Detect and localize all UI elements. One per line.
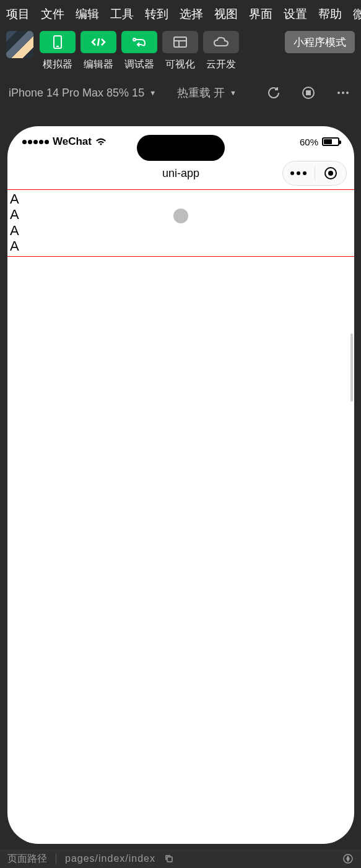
device-select-label: iPhone 14 Pro Max 85% 15 — [9, 87, 144, 100]
menu-bar: 项目 文件 编辑 工具 转到 选择 视图 界面 设置 帮助 微信 — [0, 0, 361, 31]
capsule-close-button[interactable] — [315, 161, 347, 185]
path-value[interactable]: pages/index/index — [65, 853, 155, 864]
menu-settings[interactable]: 设置 — [284, 6, 307, 22]
phone-simulator: WeChat 60% uni-app A A A A — [7, 126, 354, 844]
hot-reload-label: 热重载 开 — [177, 85, 225, 100]
menu-goto[interactable]: 转到 — [145, 6, 168, 22]
capsule-button — [282, 161, 347, 186]
tool-simulator[interactable] — [40, 31, 76, 53]
more-button[interactable] — [334, 84, 352, 102]
path-bar: 页面路径 pages/index/index — [0, 849, 361, 868]
app-content[interactable]: A A A A — [7, 189, 354, 257]
menu-view[interactable]: 视图 — [214, 6, 238, 22]
battery-percent: 60% — [300, 137, 318, 147]
svg-point-3 — [133, 38, 136, 41]
menu-edit[interactable]: 编辑 — [76, 6, 99, 22]
menu-file[interactable]: 文件 — [41, 6, 64, 22]
svg-point-11 — [346, 92, 349, 94]
menu-select[interactable]: 选择 — [180, 6, 203, 22]
more-horizontal-icon — [336, 85, 350, 100]
layout-icon — [173, 36, 188, 48]
chevron-down-icon: ▼ — [149, 89, 156, 97]
refresh-icon — [266, 85, 281, 100]
tool-debugger[interactable] — [121, 31, 157, 53]
tool-simulator-label: 模拟器 — [43, 58, 72, 71]
tool-debugger-label: 调试器 — [124, 58, 154, 71]
hot-reload-toggle[interactable]: 热重载 开 ▼ — [177, 85, 237, 100]
tool-group: 模拟器 编辑器 调试器 可视化 云开发 — [40, 31, 239, 71]
avatar[interactable] — [6, 31, 33, 58]
svg-rect-4 — [174, 37, 186, 47]
tool-visual-label: 可视化 — [165, 58, 195, 71]
svg-rect-12 — [167, 857, 172, 862]
menu-tools[interactable]: 工具 — [110, 6, 134, 22]
menu-help[interactable]: 帮助 — [318, 6, 342, 22]
toolbar: 模拟器 编辑器 调试器 可视化 云开发 小程序模式 — [0, 31, 361, 77]
list-item: A — [10, 238, 352, 254]
scrollbar[interactable] — [350, 333, 353, 402]
menu-layout[interactable]: 界面 — [249, 6, 272, 22]
battery-icon — [322, 137, 339, 146]
list-item: A — [10, 191, 352, 207]
stop-button[interactable] — [299, 84, 318, 102]
cloud-icon — [212, 36, 230, 48]
target-icon — [324, 167, 337, 179]
code-icon — [90, 36, 107, 48]
carrier-label: WeChat — [53, 135, 92, 148]
tool-cloud[interactable] — [203, 31, 239, 53]
device-select[interactable]: iPhone 14 Pro Max 85% 15 ▼ — [9, 87, 156, 100]
signal-icon — [22, 140, 49, 144]
more-horizontal-icon — [290, 171, 307, 175]
refresh-button[interactable] — [264, 84, 283, 102]
compass-icon[interactable] — [342, 853, 354, 864]
route-icon — [131, 36, 147, 48]
tool-editor[interactable] — [80, 31, 116, 53]
menu-wechat[interactable]: 微信 — [353, 6, 361, 22]
svg-marker-14 — [347, 856, 349, 861]
capsule-menu-button[interactable] — [283, 161, 315, 185]
mode-button[interactable]: 小程序模式 — [285, 31, 355, 53]
nav-title: uni-app — [162, 167, 199, 180]
stop-icon — [301, 85, 316, 100]
tool-visual[interactable] — [162, 31, 198, 53]
chevron-down-icon: ▼ — [230, 89, 237, 97]
svg-point-9 — [337, 92, 340, 94]
menu-project[interactable]: 项目 — [6, 6, 30, 22]
svg-rect-8 — [307, 91, 310, 95]
phone-icon — [51, 35, 64, 49]
wifi-icon — [95, 137, 107, 146]
svg-point-10 — [342, 92, 344, 94]
device-row: iPhone 14 Pro Max 85% 15 ▼ 热重载 开 ▼ — [0, 77, 361, 113]
list-item: A — [10, 223, 352, 238]
touch-indicator — [173, 208, 188, 223]
copy-icon[interactable] — [164, 854, 174, 864]
tool-cloud-label: 云开发 — [206, 58, 236, 71]
tool-editor-label: 编辑器 — [84, 58, 113, 71]
path-label: 页面路径 — [7, 853, 47, 866]
svg-line-2 — [98, 38, 99, 46]
app-navbar: uni-app — [7, 157, 354, 189]
